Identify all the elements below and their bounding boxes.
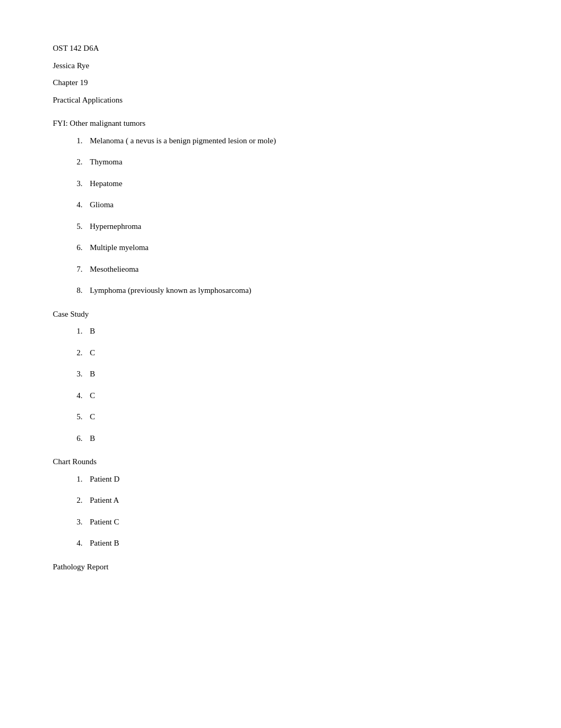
- list-item: Multiple myeloma: [85, 242, 508, 254]
- fyi-title: FYI: Other malignant tumors: [53, 117, 508, 130]
- list-item: B: [85, 432, 508, 445]
- list-item: Hepatome: [85, 178, 508, 190]
- list-item: Patient C: [85, 516, 508, 528]
- list-item: Hypernephroma: [85, 220, 508, 233]
- list-item: Lymphoma (previously known as lymphosarc…: [85, 284, 508, 297]
- list-item: B: [85, 368, 508, 380]
- header-block: OST 142 D6A Jessica Rye Chapter 19 Pract…: [53, 42, 508, 106]
- chart-rounds-list: Patient D Patient A Patient C Patient B: [85, 473, 508, 549]
- case-study-title: Case Study: [53, 308, 508, 320]
- list-item: Glioma: [85, 199, 508, 211]
- list-item: Patient D: [85, 473, 508, 485]
- pathology-section: Pathology Report: [53, 561, 508, 573]
- list-item: C: [85, 411, 508, 423]
- list-item: Patient A: [85, 494, 508, 506]
- document-container: OST 142 D6A Jessica Rye Chapter 19 Pract…: [53, 42, 508, 573]
- list-item: B: [85, 325, 508, 337]
- chart-rounds-section: Chart Rounds Patient D Patient A Patient…: [53, 456, 508, 549]
- list-item: Melanoma ( a nevus is a benign pigmented…: [85, 135, 508, 147]
- chart-rounds-title: Chart Rounds: [53, 456, 508, 468]
- list-item: C: [85, 390, 508, 402]
- case-study-section: Case Study B C B C C B: [53, 308, 508, 445]
- pathology-title: Pathology Report: [53, 561, 508, 573]
- list-item: Mesothelieoma: [85, 263, 508, 275]
- chapter-line: Chapter 19: [53, 77, 508, 89]
- author-line: Jessica Rye: [53, 60, 508, 72]
- fyi-list: Melanoma ( a nevus is a benign pigmented…: [85, 135, 508, 297]
- fyi-section: FYI: Other malignant tumors Melanoma ( a…: [53, 117, 508, 297]
- course-line: OST 142 D6A: [53, 42, 508, 54]
- case-study-list: B C B C C B: [85, 325, 508, 444]
- list-item: Thymoma: [85, 156, 508, 168]
- list-item: C: [85, 347, 508, 359]
- list-item: Patient B: [85, 537, 508, 549]
- assignment-line: Practical Applications: [53, 94, 508, 106]
